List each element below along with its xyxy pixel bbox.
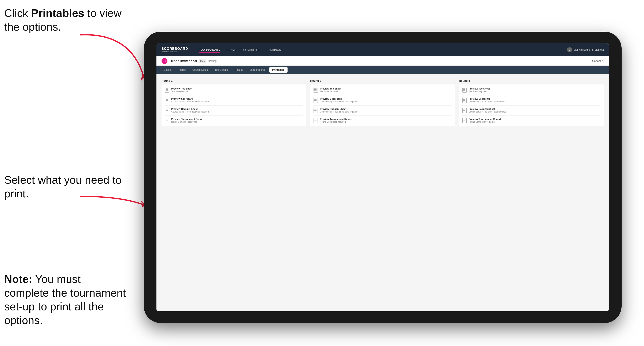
- content-area: Round 1Preview Tee SheetTee Sheet requir…: [156, 74, 609, 311]
- top-nav: SCOREBOARD Powered by clippd TOURNAMENTS…: [156, 43, 609, 56]
- tab-printables[interactable]: Printables: [269, 67, 288, 73]
- brand-sub: Powered by clippd: [162, 51, 188, 53]
- print-item-text: Preview Raguzzi SheetCourse setup + Tee …: [469, 108, 506, 113]
- print-item-subtitle: Tee Sheet required: [469, 90, 490, 93]
- print-item-1-3[interactable]: Preview Raguzzi SheetCourse setup + Tee …: [165, 105, 303, 113]
- tab-course-setup[interactable]: Course Setup: [190, 67, 211, 73]
- round-label-3: Round 3: [459, 79, 604, 82]
- print-item-text: Preview Tee SheetTee Sheet required: [171, 87, 192, 93]
- round-card-2: Preview Tee SheetTee Sheet requiredPrevi…: [310, 84, 455, 126]
- print-item-subtitle: Course setup + Tee Sheet data required: [469, 101, 506, 103]
- print-item-subtitle: Round Completion required: [171, 121, 204, 123]
- avatar: B: [567, 47, 572, 52]
- document-icon: [165, 108, 169, 113]
- print-item-title: Preview Scorecard: [171, 98, 209, 100]
- print-item-3-3[interactable]: Preview Raguzzi SheetCourse setup + Tee …: [462, 105, 600, 113]
- nav-committee[interactable]: COMMITTEE: [243, 47, 260, 52]
- print-item-subtitle: Course setup + Tee Sheet data required: [320, 101, 357, 103]
- rounds-row: Round 1Preview Tee SheetTee Sheet requir…: [162, 79, 604, 126]
- tournament-badge: Men: [199, 59, 206, 63]
- print-item-subtitle: Tee Sheet required: [171, 90, 192, 93]
- print-item-3-4[interactable]: Preview Tournament ReportRound Completio…: [462, 116, 600, 123]
- print-item-text: Preview ScorecardCourse setup + Tee Shee…: [171, 98, 209, 103]
- instruction-top: Click Printables to view the options.: [4, 6, 127, 34]
- tab-details[interactable]: Details: [161, 67, 174, 73]
- document-icon: [314, 88, 318, 93]
- sign-out-link[interactable]: Sign out: [594, 48, 604, 51]
- document-icon: [314, 118, 318, 123]
- print-item-title: Preview Tee Sheet: [171, 87, 192, 90]
- print-item-text: Preview ScorecardCourse setup + Tee Shee…: [469, 98, 506, 103]
- instruction-top-text: Click Printables to view the options.: [4, 7, 122, 33]
- print-item-text: Preview Raguzzi SheetCourse setup + Tee …: [320, 108, 357, 113]
- print-item-2-1[interactable]: Preview Tee SheetTee Sheet required: [314, 87, 452, 93]
- print-item-1-1[interactable]: Preview Tee SheetTee Sheet required: [165, 87, 303, 93]
- print-item-3-1[interactable]: Preview Tee SheetTee Sheet required: [462, 87, 600, 93]
- arrow-top-icon: [68, 31, 148, 85]
- print-item-subtitle: Course setup + Tee Sheet data required: [469, 111, 506, 113]
- tournament-logo: C: [162, 58, 168, 64]
- round-label-2: Round 2: [310, 79, 455, 82]
- round-label-1: Round 1: [162, 79, 306, 82]
- print-item-2-2[interactable]: Preview ScorecardCourse setup + Tee Shee…: [314, 95, 452, 103]
- print-item-subtitle: Round Completion required: [320, 121, 352, 123]
- print-item-title: Preview Tournament Report: [469, 118, 501, 120]
- tab-results[interactable]: Results: [232, 67, 246, 73]
- print-item-text: Preview Tournament ReportRound Completio…: [469, 118, 501, 123]
- print-item-2-4[interactable]: Preview Tournament ReportRound Completio…: [314, 116, 452, 123]
- print-item-1-2[interactable]: Preview ScorecardCourse setup + Tee Shee…: [165, 95, 303, 103]
- nav-teams[interactable]: TEAMS: [227, 47, 236, 52]
- print-item-title: Preview Scorecard: [469, 98, 506, 100]
- document-icon: [165, 88, 169, 93]
- tab-teams[interactable]: Teams: [175, 67, 188, 73]
- print-item-title: Preview Raguzzi Sheet: [320, 108, 357, 110]
- document-icon: [314, 98, 318, 103]
- document-icon: [462, 98, 466, 103]
- nav-rankings[interactable]: RANKINGS: [266, 47, 281, 52]
- tab-tee-groups[interactable]: Tee Groups: [212, 67, 231, 73]
- brand-title: SCOREBOARD: [162, 47, 188, 51]
- print-item-text: Preview Tee SheetTee Sheet required: [469, 87, 490, 93]
- round-column-1: Round 1Preview Tee SheetTee Sheet requir…: [162, 79, 306, 126]
- nav-tournaments[interactable]: TOURNAMENTS: [199, 47, 220, 53]
- document-icon: [462, 118, 466, 123]
- print-item-subtitle: Course setup + Tee Sheet data required: [171, 101, 209, 103]
- round-column-3: Round 3Preview Tee SheetTee Sheet requir…: [459, 79, 604, 126]
- nav-separator: |: [592, 48, 593, 51]
- document-icon: [462, 108, 466, 113]
- print-item-1-4[interactable]: Preview Tournament ReportRound Completio…: [165, 116, 303, 123]
- print-item-title: Preview Tournament Report: [320, 118, 352, 120]
- document-icon: [314, 108, 318, 113]
- brand: SCOREBOARD Powered by clippd: [162, 47, 188, 53]
- document-icon: [165, 118, 169, 123]
- document-icon: [462, 88, 466, 93]
- print-item-title: Preview Tee Sheet: [320, 87, 341, 90]
- print-item-text: Preview Tournament ReportRound Completio…: [171, 118, 204, 123]
- print-item-text: Preview Tournament ReportRound Completio…: [320, 118, 352, 123]
- print-item-title: Preview Raguzzi Sheet: [469, 108, 506, 110]
- instruction-bottom: Note: You must complete the tournament s…: [4, 272, 127, 327]
- user-email: blair@clippd.io: [574, 48, 590, 51]
- sub-nav: Details Teams Course Setup Tee Groups Re…: [156, 66, 609, 74]
- print-item-subtitle: Course setup + Tee Sheet data required: [320, 111, 357, 113]
- print-item-text: Preview ScorecardCourse setup + Tee Shee…: [320, 98, 357, 103]
- print-item-title: Preview Tournament Report: [171, 118, 204, 120]
- tournament-name: Clippd Invitational: [170, 59, 197, 63]
- tab-leaderboards[interactable]: Leaderboards: [247, 67, 268, 73]
- round-card-1: Preview Tee SheetTee Sheet requiredPrevi…: [162, 84, 306, 126]
- print-item-subtitle: Tee Sheet required: [320, 90, 341, 93]
- round-card-3: Preview Tee SheetTee Sheet requiredPrevi…: [459, 84, 604, 126]
- instruction-middle-text: Select what you need to print.: [4, 174, 122, 200]
- tournament-header: C Clippd Invitational Men Hosting Cancel…: [156, 56, 609, 66]
- cancel-button[interactable]: Cancel ✕: [592, 59, 604, 62]
- nav-user: B blair@clippd.io | Sign out: [567, 47, 604, 52]
- print-item-title: Preview Tee Sheet: [469, 87, 490, 90]
- tablet-screen: SCOREBOARD Powered by clippd TOURNAMENTS…: [156, 43, 609, 311]
- print-item-2-3[interactable]: Preview Raguzzi SheetCourse setup + Tee …: [314, 105, 452, 113]
- round-column-2: Round 2Preview Tee SheetTee Sheet requir…: [310, 79, 455, 126]
- print-item-title: Preview Raguzzi Sheet: [171, 108, 209, 110]
- document-icon: [165, 98, 169, 103]
- print-item-text: Preview Tee SheetTee Sheet required: [320, 87, 341, 93]
- print-item-3-2[interactable]: Preview ScorecardCourse setup + Tee Shee…: [462, 95, 600, 103]
- print-item-subtitle: Round Completion required: [469, 121, 501, 123]
